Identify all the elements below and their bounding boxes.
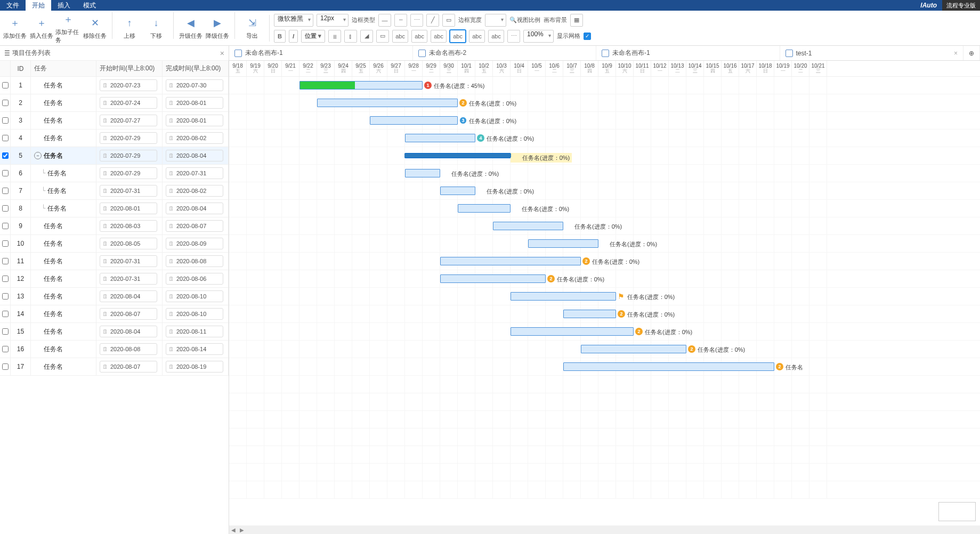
border-type-1[interactable]: — [378, 14, 391, 27]
canvas-bg-picker[interactable]: ▦ [570, 14, 583, 27]
start-date-input[interactable]: 🗓2020-08-07 [100, 361, 157, 373]
start-date-input[interactable]: 🗓2020-07-23 [100, 79, 157, 91]
move-down-button[interactable]: ↓下移 [143, 12, 169, 44]
task-checkbox[interactable] [2, 346, 9, 352]
task-row[interactable]: 10 任务名 🗓2020-08-05 🗓2020-08-09 [0, 235, 229, 253]
start-date-input[interactable]: 🗓2020-07-27 [100, 115, 157, 126]
start-date-input[interactable]: 🗓2020-08-04 [100, 326, 157, 337]
end-date-input[interactable]: 🗓2020-07-30 [166, 79, 223, 91]
start-date-input[interactable]: 🗓2020-07-29 [100, 132, 157, 144]
gantt-bar[interactable]: 任务名(进度：0%)2 [317, 99, 458, 107]
panel-close-icon[interactable]: × [220, 49, 224, 58]
gantt-bar[interactable]: 任务名(进度：0%) [405, 153, 511, 158]
start-date-input[interactable]: 🗓2020-08-07 [100, 308, 157, 320]
end-date-input[interactable]: 🗓2020-08-09 [166, 238, 223, 249]
fill-color-button[interactable]: ◢ [360, 30, 373, 43]
start-date-input[interactable]: 🗓2020-07-24 [100, 97, 157, 109]
task-checkbox[interactable] [2, 223, 9, 229]
gantt-bar[interactable]: 任务名(进度：0%)2 [440, 257, 581, 265]
scroll-right-icon[interactable]: ▶ [238, 527, 246, 533]
start-date-input[interactable]: 🗓2020-07-29 [100, 150, 157, 161]
end-date-input[interactable]: 🗓2020-08-06 [166, 273, 223, 285]
scroll-left-icon[interactable]: ◀ [229, 527, 238, 533]
position-button[interactable]: 位置 ▾ [301, 30, 325, 43]
border-type-2[interactable]: ┄ [394, 14, 407, 27]
shape-3[interactable]: abc [431, 30, 447, 43]
fontsize-select[interactable]: 12px [317, 14, 349, 27]
task-checkbox[interactable] [2, 100, 9, 106]
collapse-icon[interactable]: − [34, 152, 42, 159]
line-color-button[interactable]: ▭ [376, 30, 389, 43]
move-up-button[interactable]: ↑上移 [117, 12, 142, 44]
task-name-cell[interactable]: 任务名 [31, 130, 96, 147]
task-row[interactable]: 7 └任务名 🗓2020-07-31 🗓2020-08-02 [0, 182, 229, 200]
end-date-input[interactable]: 🗓2020-08-08 [166, 255, 223, 267]
task-name-cell[interactable]: └任务名 [31, 200, 96, 217]
gantt-bar[interactable]: 任务名(进度：0%) [440, 187, 475, 195]
align-h-button[interactable]: ⫼ [328, 30, 341, 43]
canvas-tab[interactable]: 未命名画布-2 [413, 46, 597, 60]
task-checkbox[interactable] [2, 170, 9, 176]
italic-button[interactable]: I [289, 30, 298, 43]
task-name-cell[interactable]: 任务名 [31, 305, 96, 322]
task-row[interactable]: 16 任务名 🗓2020-08-08 🗓2020-08-14 [0, 341, 229, 358]
task-row[interactable]: 13 任务名 🗓2020-08-04 🗓2020-08-10 [0, 288, 229, 305]
end-date-input[interactable]: 🗓2020-08-04 [166, 203, 223, 214]
gantt-bar[interactable]: 任务名2 [563, 362, 774, 371]
gantt-bar[interactable]: 任务名(进度：0%) [405, 169, 440, 177]
end-date-input[interactable]: 🗓2020-08-07 [166, 220, 223, 232]
task-checkbox[interactable] [2, 240, 9, 247]
task-checkbox[interactable] [2, 258, 9, 264]
end-date-input[interactable]: 🗓2020-08-11 [166, 326, 223, 337]
add-tab-button[interactable]: ⊕ [963, 46, 980, 60]
show-grid-checkbox[interactable]: ✓ [584, 33, 591, 40]
add-subtask-button[interactable]: ＋添加子任务 [55, 12, 81, 44]
gantt-bar[interactable]: 任务名(进度：0%)4 [405, 134, 475, 142]
border-type-5[interactable]: ▭ [442, 14, 455, 27]
menu-start[interactable]: 开始 [26, 0, 51, 11]
task-checkbox[interactable] [2, 276, 9, 282]
gantt-bar[interactable]: 任务名(进度：0%)2 [563, 310, 616, 318]
end-date-input[interactable]: 🗓2020-08-01 [166, 97, 223, 109]
task-checkbox[interactable] [2, 293, 9, 300]
task-name-cell[interactable]: 任务名 [31, 288, 96, 305]
gantt-bar[interactable]: 任务名(进度：45%)1 [299, 81, 423, 90]
end-date-input[interactable]: 🗓2020-08-14 [166, 343, 223, 355]
border-type-3[interactable]: ⋯ [410, 14, 423, 27]
shape-1[interactable]: abc [392, 30, 408, 43]
export-button[interactable]: ⇲导出 [239, 12, 265, 44]
menu-mode[interactable]: 模式 [77, 0, 102, 11]
zoom-select[interactable]: 100% [523, 30, 554, 43]
task-name-cell[interactable]: └任务名 [31, 165, 96, 182]
task-checkbox[interactable] [2, 328, 9, 335]
task-row[interactable]: 8 └任务名 🗓2020-08-01 🗓2020-08-04 [0, 200, 229, 217]
bold-button[interactable]: B [274, 30, 286, 43]
task-name-cell[interactable]: −任务名 [31, 147, 96, 164]
start-date-input[interactable]: 🗓2020-08-01 [100, 203, 157, 214]
task-row[interactable]: 9 任务名 🗓2020-08-03 🗓2020-08-07 [0, 217, 229, 235]
border-type-4[interactable]: ╱ [426, 14, 439, 27]
canvas-tab[interactable]: 未命名画布-1 [596, 46, 780, 60]
h-scrollbar[interactable]: ◀ ▶ [229, 525, 980, 534]
task-checkbox[interactable] [2, 135, 9, 141]
task-checkbox[interactable] [2, 363, 9, 370]
task-checkbox[interactable] [2, 311, 9, 317]
end-date-input[interactable]: 🗓2020-08-02 [166, 185, 223, 197]
task-row[interactable]: 1 任务名 🗓2020-07-23 🗓2020-07-30 [0, 77, 229, 94]
gantt-bar[interactable]: 任务名(进度：0%) [528, 239, 598, 248]
remove-task-button[interactable]: ✕移除任务 [82, 12, 108, 44]
gantt-bar[interactable]: 任务名(进度：0%)⚑ [511, 292, 616, 301]
canvas-tab[interactable]: 未命名画布-1 [229, 46, 413, 60]
task-row[interactable]: 4 任务名 🗓2020-07-29 🗓2020-08-02 [0, 130, 229, 147]
end-date-input[interactable]: 🗓2020-08-02 [166, 132, 223, 144]
start-date-input[interactable]: 🗓2020-07-29 [100, 167, 157, 179]
end-date-input[interactable]: 🗓2020-07-31 [166, 167, 223, 179]
task-row[interactable]: 3 任务名 🗓2020-07-27 🗓2020-08-01 [0, 112, 229, 130]
border-width-select[interactable] [485, 14, 506, 27]
align-v-button[interactable]: ⫿ [344, 30, 357, 43]
minimap[interactable] [938, 502, 976, 521]
task-name-cell[interactable]: 任务名 [31, 77, 96, 94]
task-row[interactable]: 2 任务名 🗓2020-07-24 🗓2020-08-01 [0, 94, 229, 112]
task-checkbox[interactable] [2, 188, 9, 194]
task-name-cell[interactable]: 任务名 [31, 112, 96, 129]
